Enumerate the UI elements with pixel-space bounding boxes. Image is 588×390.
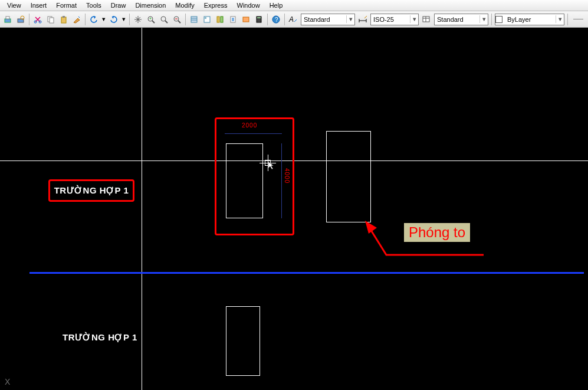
match-properties-icon[interactable] <box>71 14 83 25</box>
svg-rect-16 <box>205 17 206 19</box>
separator <box>267 14 268 25</box>
dim-height-text: 4000 <box>284 168 290 183</box>
svg-text:?: ? <box>275 17 278 23</box>
separator <box>29 14 29 25</box>
table-style-icon[interactable] <box>421 14 432 25</box>
crosshair-vertical <box>142 28 142 273</box>
svg-rect-14 <box>191 17 197 22</box>
menu-tools[interactable]: Tools <box>81 1 106 10</box>
layer-value: ByLayer <box>505 16 556 23</box>
menu-draw[interactable]: Draw <box>106 1 131 10</box>
layer-color-combo[interactable]: ByLayer▾ <box>495 14 564 25</box>
dim-line-top <box>225 133 282 134</box>
separator <box>85 14 86 25</box>
dim-style-value: ISO-25 <box>371 16 410 23</box>
svg-rect-8 <box>61 17 66 23</box>
dim-style-combo[interactable]: ISO-25▾ <box>370 14 419 25</box>
properties-icon[interactable] <box>188 14 200 25</box>
menu-format[interactable]: Format <box>51 1 81 10</box>
cut-icon[interactable] <box>32 14 44 25</box>
chevron-down-icon[interactable]: ▾ <box>346 15 354 23</box>
annotation-arrow <box>363 219 490 258</box>
zoom-realtime-icon[interactable]: + <box>145 14 157 25</box>
paste-icon[interactable] <box>58 14 70 25</box>
svg-rect-9 <box>63 16 65 18</box>
chevron-down-icon[interactable]: ▾ <box>479 15 488 23</box>
help-icon[interactable]: ? <box>270 14 282 25</box>
separator <box>567 14 568 25</box>
zoom-previous-icon[interactable] <box>171 14 183 25</box>
svg-rect-0 <box>5 19 11 22</box>
menu-express[interactable]: Express <box>199 1 232 10</box>
plot-icon[interactable] <box>2 14 14 25</box>
case-1b-label: TRƯỜNG HỢP 1 <box>63 332 137 343</box>
pan-icon[interactable] <box>132 14 144 25</box>
guide-vertical-lower <box>142 274 142 390</box>
svg-point-12 <box>161 17 166 21</box>
text-style-combo[interactable]: Standard▾ <box>301 14 355 25</box>
menu-bar: View Insert Format Tools Draw Dimension … <box>0 0 588 11</box>
menu-view[interactable]: View <box>2 1 26 10</box>
separator <box>491 14 492 25</box>
markup-icon[interactable] <box>240 14 252 25</box>
svg-rect-22 <box>257 17 261 18</box>
dim-style-icon[interactable] <box>357 14 369 25</box>
separator <box>185 14 186 25</box>
text-style-value: Standard <box>301 16 346 23</box>
svg-rect-18 <box>221 17 223 22</box>
undo-icon[interactable] <box>88 14 100 25</box>
menu-window[interactable]: Window <box>232 1 265 10</box>
svg-rect-17 <box>217 17 219 22</box>
case-1-label-box: TRƯỜNG HỢP 1 <box>48 179 134 202</box>
section-divider-line <box>29 272 584 274</box>
dim-line-right <box>281 143 282 218</box>
svg-rect-20 <box>243 17 249 22</box>
chevron-down-icon[interactable]: ▾ <box>410 15 418 23</box>
lower-rectangle <box>226 306 260 376</box>
redo-dropdown-icon[interactable]: ▾ <box>121 14 127 25</box>
enlarged-rectangle <box>326 131 371 222</box>
case-1-label: TRƯỜNG HỢP 1 <box>54 185 129 196</box>
ucs-x-mark: X <box>5 377 10 386</box>
menu-modify[interactable]: Modify <box>170 1 199 10</box>
separator <box>284 14 285 25</box>
svg-rect-7 <box>50 18 54 23</box>
menu-insert[interactable]: Insert <box>26 1 52 10</box>
chevron-down-icon[interactable]: ▾ <box>556 15 564 23</box>
separator <box>129 14 130 25</box>
drawing-canvas[interactable]: TRƯỜNG HỢP 1 TRƯỜNG HỢP 1 2000 4000 Phón… <box>0 28 588 390</box>
design-center-icon[interactable] <box>201 14 213 25</box>
svg-text:A: A <box>288 15 294 24</box>
undo-dropdown-icon[interactable]: ▾ <box>101 14 107 25</box>
calculator-icon[interactable] <box>253 14 265 25</box>
dim-width-text: 2000 <box>242 122 257 129</box>
redo-icon[interactable] <box>108 14 120 25</box>
lineweight-preview <box>573 19 583 19</box>
table-style-combo[interactable]: Standard▾ <box>434 14 488 25</box>
main-toolbar: ▾ ▾ + ? A Standard▾ ISO-25▾ Standard▾ By… <box>0 11 588 28</box>
svg-rect-1 <box>6 17 9 19</box>
table-style-value: Standard <box>435 16 479 23</box>
menu-dimension[interactable]: Dimension <box>130 1 170 10</box>
original-rectangle <box>226 143 263 218</box>
copy-icon[interactable] <box>45 14 57 25</box>
plot-preview-icon[interactable] <box>15 14 27 25</box>
tool-palettes-icon[interactable] <box>214 14 226 25</box>
text-style-icon[interactable]: A <box>287 14 299 25</box>
svg-text:+: + <box>149 17 152 21</box>
menu-help[interactable]: Help <box>265 1 288 10</box>
layer-swatch-icon <box>495 16 502 23</box>
sheet-set-icon[interactable] <box>227 14 239 25</box>
zoom-window-icon[interactable] <box>158 14 170 25</box>
